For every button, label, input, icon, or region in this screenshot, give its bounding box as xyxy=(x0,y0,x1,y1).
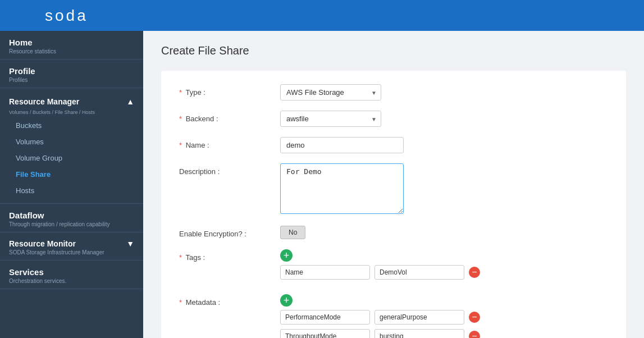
tag-value-0[interactable] xyxy=(374,265,464,280)
page-title: Create File Share xyxy=(161,44,626,57)
encryption-label: Enable Encryption? : xyxy=(179,226,280,238)
sidebar-profile[interactable]: Profile Profiles xyxy=(0,60,143,88)
encryption-toggle[interactable]: No xyxy=(280,226,305,239)
description-textarea[interactable]: For Demo xyxy=(280,163,404,214)
sidebar-dataflow[interactable]: Dataflow Through migration / replication… xyxy=(0,204,143,232)
sidebar-home-title: Home xyxy=(9,38,134,47)
metadata-label: * Metadata : xyxy=(179,294,280,307)
metadata-key-1[interactable] xyxy=(280,329,370,338)
name-input[interactable] xyxy=(280,137,404,153)
sidebar-resource-monitor[interactable]: Resource Monitor ▼ SODA Storage Infrastr… xyxy=(0,232,143,261)
encryption-control: No xyxy=(280,226,550,239)
backend-control: awsfile local ▼ xyxy=(280,111,550,127)
backend-select-wrapper: awsfile local ▼ xyxy=(280,111,381,127)
type-select[interactable]: AWS File Storage NFS SMB xyxy=(280,84,381,101)
tags-required: * xyxy=(179,253,182,262)
backend-row: * Backend : awsfile local ▼ xyxy=(179,111,608,127)
sidebar-home[interactable]: Home Resource statistics xyxy=(0,31,143,60)
sidebar-resource-manager-subtitle: Volumes / Buckets / File Share / Hosts xyxy=(0,109,143,117)
chevron-down-icon: ▼ xyxy=(126,239,134,248)
type-control: AWS File Storage NFS SMB ▼ xyxy=(280,84,550,101)
remove-tag-0-button[interactable]: − xyxy=(469,267,480,278)
metadata-row: * Metadata : + − − xyxy=(179,294,608,338)
description-label: Description : xyxy=(179,163,280,176)
sidebar-home-subtitle: Resource statistics xyxy=(9,48,134,54)
create-file-share-form: * Type : AWS File Storage NFS SMB ▼ xyxy=(161,71,626,338)
body-layout: Home Resource statistics Profile Profile… xyxy=(0,31,644,338)
backend-required: * xyxy=(179,115,182,123)
name-row: * Name : xyxy=(179,137,608,153)
metadata-value-1[interactable] xyxy=(374,329,464,338)
metadata-row-1: − xyxy=(280,329,608,338)
type-label: * Type : xyxy=(179,84,280,97)
metadata-container: + − − − xyxy=(280,294,608,338)
sidebar-services-subtitle: Orchestration services. xyxy=(9,278,134,284)
name-required: * xyxy=(179,141,182,149)
sidebar-profile-title: Profile xyxy=(9,66,134,76)
sidebar-dataflow-title: Dataflow xyxy=(9,211,134,220)
description-row: Description : For Demo xyxy=(179,163,608,216)
sidebar-dataflow-subtitle: Through migration / replication capabili… xyxy=(9,221,134,227)
chevron-up-icon: ▲ xyxy=(126,97,134,106)
main-content: Create File Share * Type : AWS File Stor… xyxy=(143,31,644,338)
name-label: * Name : xyxy=(179,137,280,149)
metadata-required: * xyxy=(179,298,182,307)
sidebar-resource-manager-title: Resource Manager xyxy=(9,97,79,106)
sidebar-resource-monitor-title: Resource Monitor xyxy=(9,239,76,248)
app-logo: soda xyxy=(45,7,88,25)
metadata-row-0: − xyxy=(280,310,608,325)
sidebar-item-file-share[interactable]: File Share xyxy=(0,166,143,182)
sidebar-item-volume-group[interactable]: Volume Group xyxy=(0,150,143,166)
sidebar-resource-manager: Resource Manager ▲ Volumes / Buckets / F… xyxy=(0,88,143,204)
sidebar-item-buckets[interactable]: Buckets xyxy=(0,117,143,134)
tags-label: * Tags : xyxy=(179,249,280,262)
sidebar-resource-monitor-subtitle: SODA Storage Infrastructure Manager xyxy=(9,249,134,255)
sidebar-item-hosts[interactable]: Hosts xyxy=(0,182,143,199)
sidebar-profile-subtitle: Profiles xyxy=(9,77,134,83)
type-select-wrapper: AWS File Storage NFS SMB ▼ xyxy=(280,84,381,101)
tags-container: + − xyxy=(280,249,608,284)
tags-row: * Tags : + − xyxy=(179,249,608,284)
sidebar: Home Resource statistics Profile Profile… xyxy=(0,31,143,338)
encryption-row: Enable Encryption? : No xyxy=(179,226,608,239)
description-control: For Demo xyxy=(280,163,550,216)
type-row: * Type : AWS File Storage NFS SMB ▼ xyxy=(179,84,608,101)
add-metadata-button[interactable]: + xyxy=(280,294,293,307)
remove-metadata-1-button[interactable]: − xyxy=(469,331,480,338)
tag-row-0: − xyxy=(280,265,608,280)
sidebar-item-volumes[interactable]: Volumes xyxy=(0,134,143,150)
tag-key-0[interactable] xyxy=(280,265,370,280)
metadata-value-0[interactable] xyxy=(374,310,464,325)
backend-label: * Backend : xyxy=(179,111,280,123)
metadata-key-0[interactable] xyxy=(280,310,370,325)
name-control xyxy=(280,137,550,153)
type-required: * xyxy=(179,88,182,97)
sidebar-resource-monitor-header[interactable]: Resource Monitor ▼ xyxy=(9,239,134,248)
add-tag-button[interactable]: + xyxy=(280,249,293,262)
sidebar-resource-manager-header[interactable]: Resource Manager ▲ xyxy=(0,94,143,109)
sidebar-services-title: Services xyxy=(9,267,134,277)
header: soda xyxy=(0,0,644,31)
sidebar-services[interactable]: Services Orchestration services. xyxy=(0,261,143,289)
backend-select[interactable]: awsfile local xyxy=(280,111,381,127)
remove-metadata-0-button[interactable]: − xyxy=(469,312,480,323)
